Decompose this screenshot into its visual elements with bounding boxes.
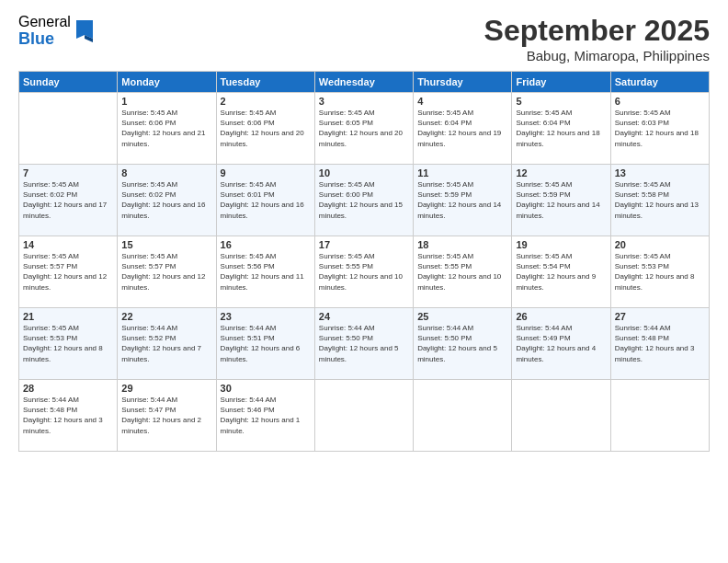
- day-number: 21: [23, 311, 113, 322]
- day-info: Sunrise: 5:44 AMSunset: 5:49 PMDaylight:…: [516, 323, 606, 364]
- day-info: Sunrise: 5:45 AMSunset: 6:04 PMDaylight:…: [516, 108, 606, 149]
- calendar-cell: 17Sunrise: 5:45 AMSunset: 5:55 PMDayligh…: [314, 236, 413, 308]
- week-row-3: 14Sunrise: 5:45 AMSunset: 5:57 PMDayligh…: [19, 236, 710, 308]
- week-row-1: 1Sunrise: 5:45 AMSunset: 6:06 PMDaylight…: [19, 93, 710, 165]
- logo-icon: [74, 17, 95, 42]
- calendar-cell: 30Sunrise: 5:44 AMSunset: 5:46 PMDayligh…: [216, 380, 314, 452]
- calendar-cell: [512, 380, 610, 452]
- calendar-cell: [414, 380, 512, 452]
- day-number: 1: [121, 96, 211, 107]
- day-info: Sunrise: 5:45 AMSunset: 6:05 PMDaylight:…: [319, 108, 409, 149]
- day-number: 26: [516, 311, 606, 322]
- header-tuesday: Tuesday: [216, 72, 314, 93]
- day-number: 4: [417, 96, 507, 107]
- day-number: 3: [319, 96, 409, 107]
- header-wednesday: Wednesday: [314, 72, 413, 93]
- calendar-cell: 22Sunrise: 5:44 AMSunset: 5:52 PMDayligh…: [118, 308, 216, 380]
- week-row-5: 28Sunrise: 5:44 AMSunset: 5:48 PMDayligh…: [19, 380, 710, 452]
- day-info: Sunrise: 5:44 AMSunset: 5:52 PMDaylight:…: [121, 323, 211, 364]
- logo: General Blue: [18, 14, 95, 48]
- day-info: Sunrise: 5:45 AMSunset: 6:01 PMDaylight:…: [221, 179, 311, 221]
- day-number: 11: [417, 167, 507, 178]
- day-number: 12: [516, 167, 606, 178]
- calendar-cell: 27Sunrise: 5:44 AMSunset: 5:48 PMDayligh…: [610, 308, 709, 380]
- header-row: SundayMondayTuesdayWednesdayThursdayFrid…: [19, 72, 710, 93]
- calendar-cell: 23Sunrise: 5:44 AMSunset: 5:51 PMDayligh…: [216, 308, 314, 380]
- day-info: Sunrise: 5:45 AMSunset: 5:59 PMDaylight:…: [417, 179, 507, 221]
- day-number: 10: [319, 167, 409, 178]
- logo-blue: Blue: [18, 30, 71, 49]
- page: General Blue September 2025 Babug, Mimar…: [0, 0, 728, 563]
- day-info: Sunrise: 5:44 AMSunset: 5:51 PMDaylight:…: [221, 323, 311, 364]
- calendar-cell: [19, 93, 118, 165]
- day-info: Sunrise: 5:45 AMSunset: 5:55 PMDaylight:…: [319, 251, 409, 293]
- header-monday: Monday: [118, 72, 216, 93]
- day-info: Sunrise: 5:45 AMSunset: 6:06 PMDaylight:…: [221, 108, 311, 149]
- day-number: 9: [221, 167, 311, 178]
- day-info: Sunrise: 5:45 AMSunset: 5:53 PMDaylight:…: [23, 323, 113, 364]
- header-friday: Friday: [512, 72, 610, 93]
- calendar-cell: 24Sunrise: 5:44 AMSunset: 5:50 PMDayligh…: [314, 308, 413, 380]
- calendar-cell: 7Sunrise: 5:45 AMSunset: 6:02 PMDaylight…: [19, 165, 118, 236]
- calendar-cell: 9Sunrise: 5:45 AMSunset: 6:01 PMDaylight…: [216, 165, 314, 236]
- day-number: 20: [615, 239, 705, 250]
- day-info: Sunrise: 5:45 AMSunset: 5:58 PMDaylight:…: [615, 179, 705, 221]
- calendar-cell: [610, 380, 709, 452]
- logo-text: General Blue: [18, 14, 71, 48]
- week-row-4: 21Sunrise: 5:45 AMSunset: 5:53 PMDayligh…: [19, 308, 710, 380]
- day-number: 24: [319, 311, 409, 322]
- day-number: 30: [221, 383, 311, 394]
- calendar-table: SundayMondayTuesdayWednesdayThursdayFrid…: [18, 71, 710, 452]
- calendar-cell: 19Sunrise: 5:45 AMSunset: 5:54 PMDayligh…: [512, 236, 610, 308]
- header-thursday: Thursday: [414, 72, 512, 93]
- header: General Blue September 2025 Babug, Mimar…: [18, 14, 710, 63]
- day-number: 13: [615, 167, 705, 178]
- day-number: 14: [23, 239, 113, 250]
- header-sunday: Sunday: [19, 72, 118, 93]
- day-info: Sunrise: 5:45 AMSunset: 5:53 PMDaylight:…: [615, 251, 705, 293]
- day-number: 23: [221, 311, 311, 322]
- day-info: Sunrise: 5:45 AMSunset: 5:56 PMDaylight:…: [221, 251, 311, 293]
- day-info: Sunrise: 5:44 AMSunset: 5:47 PMDaylight:…: [121, 395, 211, 436]
- day-info: Sunrise: 5:45 AMSunset: 5:57 PMDaylight:…: [23, 251, 113, 293]
- calendar-cell: 10Sunrise: 5:45 AMSunset: 6:00 PMDayligh…: [314, 165, 413, 236]
- calendar-cell: 18Sunrise: 5:45 AMSunset: 5:55 PMDayligh…: [414, 236, 512, 308]
- day-info: Sunrise: 5:45 AMSunset: 6:04 PMDaylight:…: [417, 108, 507, 149]
- calendar-cell: 1Sunrise: 5:45 AMSunset: 6:06 PMDaylight…: [118, 93, 216, 165]
- day-info: Sunrise: 5:45 AMSunset: 6:06 PMDaylight:…: [121, 108, 211, 149]
- calendar-cell: 8Sunrise: 5:45 AMSunset: 6:02 PMDaylight…: [118, 165, 216, 236]
- logo-general: General: [18, 14, 71, 30]
- day-number: 22: [121, 311, 211, 322]
- day-number: 7: [23, 167, 113, 178]
- calendar-cell: 29Sunrise: 5:44 AMSunset: 5:47 PMDayligh…: [118, 380, 216, 452]
- day-number: 29: [121, 383, 211, 394]
- day-info: Sunrise: 5:45 AMSunset: 5:59 PMDaylight:…: [516, 179, 606, 221]
- month-title: September 2025: [484, 14, 710, 48]
- day-info: Sunrise: 5:45 AMSunset: 6:00 PMDaylight:…: [319, 179, 409, 221]
- day-number: 5: [516, 96, 606, 107]
- day-number: 18: [417, 239, 507, 250]
- calendar-cell: 13Sunrise: 5:45 AMSunset: 5:58 PMDayligh…: [610, 165, 709, 236]
- day-number: 25: [417, 311, 507, 322]
- day-number: 16: [221, 239, 311, 250]
- day-number: 17: [319, 239, 409, 250]
- day-info: Sunrise: 5:44 AMSunset: 5:48 PMDaylight:…: [23, 395, 113, 436]
- calendar-cell: 15Sunrise: 5:45 AMSunset: 5:57 PMDayligh…: [118, 236, 216, 308]
- day-number: 8: [121, 167, 211, 178]
- day-number: 2: [221, 96, 311, 107]
- calendar-cell: 5Sunrise: 5:45 AMSunset: 6:04 PMDaylight…: [512, 93, 610, 165]
- day-info: Sunrise: 5:44 AMSunset: 5:50 PMDaylight:…: [417, 323, 507, 364]
- header-saturday: Saturday: [610, 72, 709, 93]
- calendar-cell: 25Sunrise: 5:44 AMSunset: 5:50 PMDayligh…: [414, 308, 512, 380]
- day-info: Sunrise: 5:44 AMSunset: 5:48 PMDaylight:…: [615, 323, 705, 364]
- day-info: Sunrise: 5:45 AMSunset: 6:02 PMDaylight:…: [121, 179, 211, 221]
- calendar-cell: 12Sunrise: 5:45 AMSunset: 5:59 PMDayligh…: [512, 165, 610, 236]
- day-info: Sunrise: 5:45 AMSunset: 6:03 PMDaylight:…: [615, 108, 705, 149]
- calendar-cell: 16Sunrise: 5:45 AMSunset: 5:56 PMDayligh…: [216, 236, 314, 308]
- day-info: Sunrise: 5:44 AMSunset: 5:50 PMDaylight:…: [319, 323, 409, 364]
- day-number: 19: [516, 239, 606, 250]
- day-info: Sunrise: 5:45 AMSunset: 6:02 PMDaylight:…: [23, 179, 113, 221]
- day-info: Sunrise: 5:45 AMSunset: 5:55 PMDaylight:…: [417, 251, 507, 293]
- title-block: September 2025 Babug, Mimaropa, Philippi…: [484, 14, 710, 63]
- day-info: Sunrise: 5:45 AMSunset: 5:54 PMDaylight:…: [516, 251, 606, 293]
